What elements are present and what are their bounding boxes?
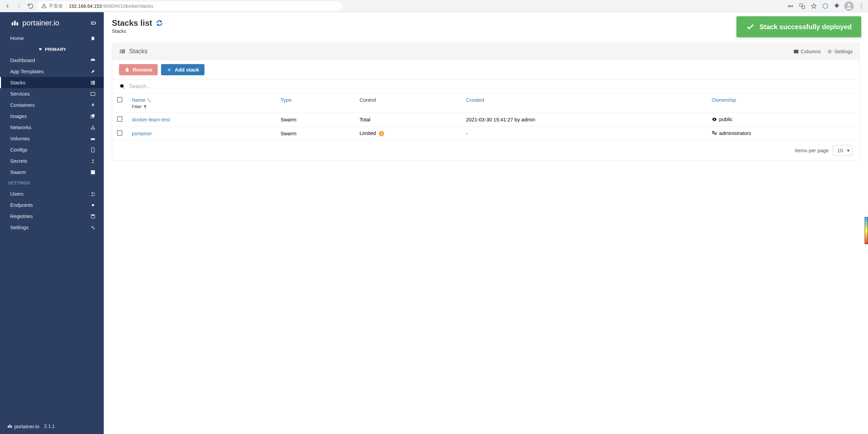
extensions-icon[interactable] [833,2,841,10]
sidebar-item-users[interactable]: Users [0,188,104,199]
svg-rect-31 [122,50,125,51]
sidebar-item-label: Secrets [10,158,27,164]
th-list-icon [90,80,96,85]
svg-point-38 [120,84,123,87]
col-type[interactable]: Type [276,94,355,113]
sidebar-item-label: Settings [10,224,28,230]
object-group-icon [90,170,96,175]
sidebar-item-label: Registries [10,213,33,219]
svg-rect-17 [91,129,92,130]
plug-icon [90,202,96,208]
sidebar-item-networks[interactable]: Networks [0,122,104,133]
svg-rect-19 [94,129,95,130]
check-icon [746,22,755,31]
translate-icon[interactable] [798,2,806,10]
extension-cube-icon[interactable] [821,2,829,10]
svg-rect-10 [92,82,95,83]
star-icon[interactable] [810,2,818,10]
sidebar-item-app-templates[interactable]: App Templates [0,66,104,77]
forward-button[interactable] [14,1,24,11]
remove-button[interactable]: Remove [119,64,158,75]
sidebar-item-containers[interactable]: Containers [0,99,104,111]
row-checkbox[interactable] [117,116,122,122]
sidebar-item-swarm[interactable]: Swarm [0,166,104,178]
col-name[interactable]: Name Filter [127,94,276,113]
back-button[interactable] [3,1,12,11]
cubes-icon [90,102,96,108]
cell-created: 2021-03-30 15:41:27 by admin [461,113,707,127]
sort-icon [147,98,152,103]
chevron-down-icon: ▾ [847,147,850,154]
select-all-checkbox[interactable] [117,97,122,102]
sidebar-item-settings[interactable]: Settings [0,222,104,233]
collapse-icon[interactable] [90,20,97,26]
menu-icon[interactable] [857,2,865,10]
refresh-icon[interactable] [156,19,163,27]
add-label: Add stack [175,67,199,73]
table-row: docker-learn-testSwarmTotal2021-03-30 15… [112,113,860,127]
sidebar-item-label: App Templates [10,68,44,74]
search-input[interactable] [129,83,853,90]
add-stack-button[interactable]: Add stack [161,64,204,75]
brand-logo[interactable]: portainer.io [10,18,59,28]
svg-rect-34 [120,52,121,53]
version-label: 2.1.1 [44,423,55,429]
footer-brand: portainer.io [7,423,39,429]
reload-button[interactable] [26,1,35,11]
sidebar-item-label: Volumes [10,136,30,141]
home-icon [90,36,96,41]
toast-message: Stack successfully deployed [760,23,852,31]
svg-rect-14 [92,114,95,117]
key-icon[interactable] [787,2,795,10]
settings-label: Settings [834,48,853,54]
items-per-page-select[interactable]: 10 ▾ [833,145,853,156]
tachometer-icon [90,58,96,63]
sidebar-item-endpoints[interactable]: Endpoints [0,199,104,211]
svg-rect-33 [122,51,125,52]
sidebar-item-label: Networks [10,124,32,130]
sidebar-item-secrets[interactable]: Secrets [0,155,104,166]
col-ownership[interactable]: Ownership [707,94,860,113]
gear-icon [827,49,832,54]
sidebar-item-services[interactable]: Services [0,88,104,99]
svg-point-5 [861,5,862,6]
sidebar-item-stacks[interactable]: Stacks [0,77,104,88]
stack-link[interactable]: portainer [132,131,152,136]
sidebar-item-volumes[interactable]: Volumes [0,133,104,144]
svg-point-37 [829,51,830,52]
sidebar-item-configs[interactable]: Configs [0,144,104,155]
cell-ownership: public [707,113,860,127]
sidebar-item-label: Services [10,91,30,97]
sidebar-item-home[interactable]: Home [0,33,104,44]
url-divider [66,3,66,9]
eye-icon [712,117,717,122]
sidebar-item-label: Users [10,191,23,197]
columns-icon [793,49,799,54]
cell-ownership: administrators [707,126,860,140]
col-created[interactable]: Created [461,94,707,113]
sidebar-item-images[interactable]: Images [0,111,104,122]
url-bar[interactable]: 不安全 192.168.64.153:9000/#!/1/docker/stac… [37,1,342,11]
sidebar: portainer.io Home PRIMARY Dashboard App … [0,12,104,434]
rocket-icon [90,69,96,74]
eye-slash-icon [712,130,717,136]
primary-section: PRIMARY [0,44,104,55]
svg-point-24 [92,192,93,194]
columns-button[interactable]: Columns [793,48,821,54]
row-checkbox[interactable] [117,130,122,136]
filter-button[interactable]: Filter [132,104,271,109]
browser-chrome: 不安全 192.168.64.153:9000/#!/1/docker/stac… [0,0,868,12]
list-icon [119,48,126,55]
profile-avatar[interactable] [844,1,854,11]
stack-link[interactable]: docker-learn-test [132,117,170,122]
settings-button[interactable]: Settings [827,48,853,54]
sidebar-item-label: Stacks [10,80,25,85]
svg-rect-11 [91,83,92,84]
col-control: Control [355,94,461,113]
hdd-icon [90,136,96,141]
users-icon [90,191,96,197]
sidebar-item-registries[interactable]: Registries [0,211,104,222]
svg-point-3 [848,4,850,6]
svg-point-26 [91,214,95,216]
sidebar-item-dashboard[interactable]: Dashboard [0,55,104,66]
